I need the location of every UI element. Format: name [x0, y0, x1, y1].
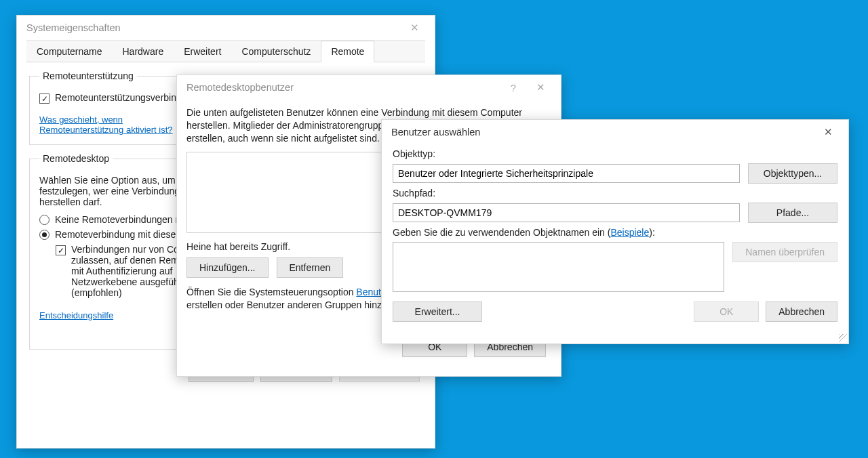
object-type-field[interactable]	[393, 164, 740, 183]
remote-assistance-legend: Remoteunterstützung	[39, 70, 137, 81]
cancel-button[interactable]: Abbrechen	[766, 301, 837, 322]
object-names-textarea[interactable]	[393, 242, 724, 292]
tab-hardware[interactable]: Hardware	[113, 41, 174, 62]
paths-button[interactable]: Pfade...	[748, 203, 837, 223]
search-path-field[interactable]	[393, 203, 740, 222]
radio-icon	[39, 215, 50, 225]
tab-computerschutz[interactable]: Computerschutz	[231, 41, 321, 62]
window-title: Remotedesktopbenutzer	[186, 82, 500, 93]
enter-names-label: Geben Sie die zu verwendenden Objektname…	[393, 227, 837, 238]
window-title: Systemeigenschaften	[26, 22, 401, 33]
remote-assistance-help-link[interactable]: Was geschieht, wenn Remoteunterstützung …	[39, 114, 173, 135]
examples-link[interactable]: Beispiele	[610, 227, 649, 238]
object-types-button[interactable]: Objekttypen...	[748, 163, 837, 184]
close-icon[interactable]: ✕	[527, 81, 554, 93]
help-icon[interactable]: ?	[500, 82, 527, 93]
close-icon[interactable]: ✕	[401, 22, 428, 34]
remove-button[interactable]: Entfernen	[277, 257, 344, 278]
object-type-label: Objekttyp:	[393, 148, 837, 159]
decision-help-link[interactable]: Entscheidungshilfe	[39, 310, 113, 320]
resize-grip-icon[interactable]	[839, 334, 847, 342]
check-icon: ✓	[39, 93, 50, 104]
check-icon: ✓	[56, 245, 66, 255]
select-users-window: Benutzer auswählen ✕ Objekttyp: Objektty…	[381, 119, 849, 344]
remote-desktop-legend: Remotedesktop	[39, 153, 113, 164]
add-button[interactable]: Hinzufügen...	[186, 257, 269, 278]
tab-remote[interactable]: Remote	[321, 41, 374, 62]
radio-icon	[39, 230, 50, 240]
check-names-button: Namen überprüfen	[732, 242, 837, 262]
tab-strip: Computername Hardware Erweitert Computer…	[26, 40, 425, 62]
advanced-button[interactable]: Erweitert...	[393, 301, 482, 322]
search-path-label: Suchpfad:	[393, 188, 837, 199]
window-title: Benutzer auswählen	[391, 127, 814, 138]
ok-button: OK	[694, 301, 759, 322]
close-icon[interactable]: ✕	[814, 126, 842, 138]
tab-erweitert[interactable]: Erweitert	[174, 41, 231, 62]
tab-computername[interactable]: Computername	[26, 41, 113, 62]
